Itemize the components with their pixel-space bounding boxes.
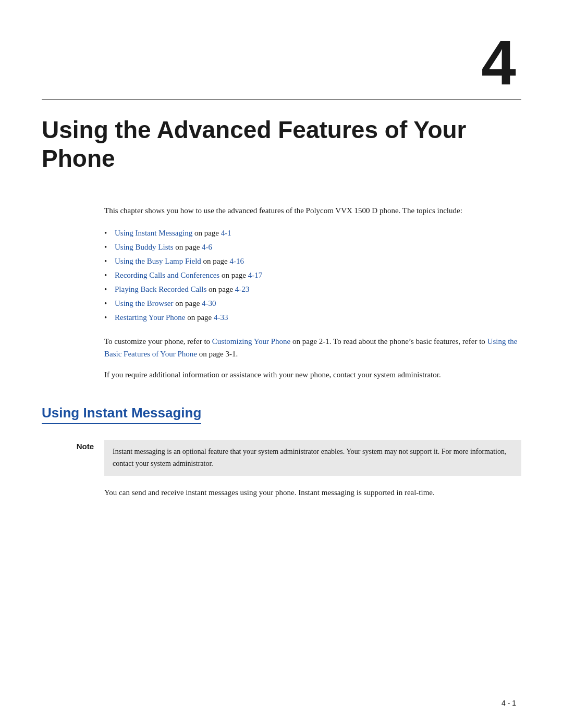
toc-page-num-4[interactable]: 4-23 — [235, 285, 250, 293]
crossref-1-after: on page 3-1. — [197, 350, 238, 358]
toc-page-num-3[interactable]: 4-17 — [248, 271, 263, 279]
list-item: Recording Calls and Conferences on page … — [104, 268, 521, 282]
toc-page-text-1: on page — [174, 243, 202, 251]
crossref-paragraph-2: If you require additional information or… — [104, 368, 521, 381]
crossref-1-before: To customize your phone, refer to — [104, 337, 212, 346]
note-area: Note Instant messaging is an optional fe… — [42, 440, 521, 476]
section-paragraph: You can send and receive instant message… — [104, 486, 521, 499]
toc-link-playing-back[interactable]: Playing Back Recorded Calls — [115, 285, 206, 293]
toc-link-browser[interactable]: Using the Browser — [115, 299, 174, 307]
intro-paragraph: This chapter shows you how to use the ad… — [104, 204, 521, 217]
crossref-1-middle: on page 2-1. To read about the phone’s b… — [290, 337, 487, 346]
toc-link-buddy-lists[interactable]: Using Buddy Lists — [115, 243, 174, 251]
toc-page-num-1[interactable]: 4-6 — [202, 243, 212, 251]
list-item: Using Buddy Lists on page 4-6 — [104, 240, 521, 254]
chapter-title: Using the Advanced Features of Your Phon… — [42, 116, 521, 173]
toc-link-restarting[interactable]: Restarting Your Phone — [115, 313, 185, 322]
chapter-number: 4 — [481, 31, 516, 94]
toc-page-num-5[interactable]: 4-30 — [202, 299, 216, 307]
toc-link-busy-lamp[interactable]: Using the Busy Lamp Field — [115, 257, 201, 265]
toc-list: Using Instant Messaging on page 4-1 Usin… — [104, 226, 521, 325]
toc-page-text-4: on page — [206, 285, 235, 293]
list-item: Playing Back Recorded Calls on page 4-23 — [104, 282, 521, 297]
note-label: Note — [42, 440, 104, 451]
section-heading-area: Using Instant Messaging — [0, 389, 563, 429]
crossref-1-link1[interactable]: Customizing Your Phone — [212, 337, 290, 346]
toc-page-text-5: on page — [174, 299, 202, 307]
list-item: Using the Busy Lamp Field on page 4-16 — [104, 254, 521, 268]
content-area: This chapter shows you how to use the ad… — [0, 183, 563, 381]
section-heading: Using Instant Messaging — [42, 405, 201, 424]
list-item: Using Instant Messaging on page 4-1 — [104, 226, 521, 240]
toc-page-num-2[interactable]: 4-16 — [229, 257, 244, 265]
page-number: 4 - 1 — [501, 699, 516, 707]
toc-page-text-6: on page — [185, 313, 214, 322]
toc-link-instant-messaging[interactable]: Using Instant Messaging — [115, 229, 192, 237]
crossref-paragraph-1: To customize your phone, refer to Custom… — [104, 335, 521, 360]
toc-page-num-0[interactable]: 4-1 — [221, 229, 231, 237]
note-content: Instant messaging is an optional feature… — [104, 440, 521, 476]
list-item: Restarting Your Phone on page 4-33 — [104, 311, 521, 325]
toc-page-text-0: on page — [192, 229, 221, 237]
page-footer: 4 - 1 — [501, 699, 516, 707]
chapter-number-area: 4 — [0, 0, 563, 99]
toc-page-text-2: on page — [201, 257, 230, 265]
toc-link-recording[interactable]: Recording Calls and Conferences — [115, 271, 219, 279]
chapter-title-area: Using the Advanced Features of Your Phon… — [0, 100, 563, 183]
toc-page-num-6[interactable]: 4-33 — [214, 313, 228, 322]
toc-page-text-3: on page — [219, 271, 248, 279]
list-item: Using the Browser on page 4-30 — [104, 297, 521, 311]
page: 4 Using the Advanced Features of Your Ph… — [0, 0, 563, 728]
